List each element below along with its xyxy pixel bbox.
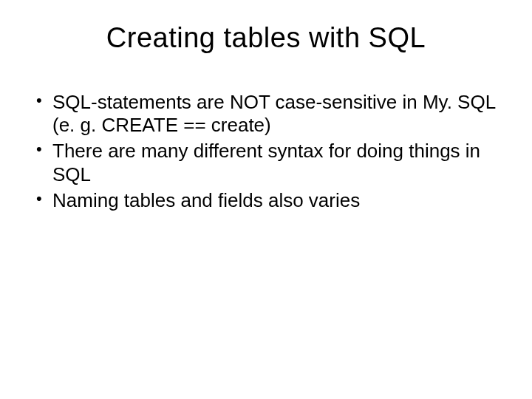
bullet-list: SQL-statements are NOT case-sensitive in…: [30, 91, 502, 212]
slide: Creating tables with SQL SQL-statements …: [0, 0, 532, 399]
slide-title: Creating tables with SQL: [30, 22, 502, 54]
bullet-item: Naming tables and fields also varies: [33, 189, 502, 212]
bullet-item: There are many different syntax for doin…: [33, 140, 502, 185]
bullet-item: SQL-statements are NOT case-sensitive in…: [33, 91, 502, 137]
